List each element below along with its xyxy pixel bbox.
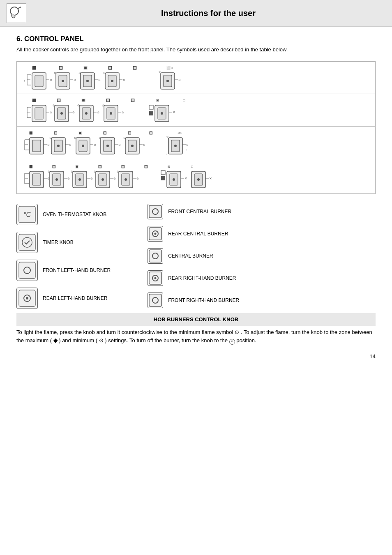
svg-rect-76: [149, 111, 153, 115]
legend-item-rear-right: REAR RIGHT-HAND BURNER: [148, 270, 239, 286]
svg-text:□: □: [191, 165, 193, 168]
svg-text:🔲: 🔲: [52, 165, 56, 168]
svg-text:🔲: 🔲: [59, 66, 63, 70]
svg-line-1: [18, 7, 21, 9]
legend-item-central: CENTRAL BURNER: [148, 248, 239, 264]
oven-thermostat-label: OVEN THERMOSTAT KNOB: [43, 212, 106, 217]
rear-right-burner-icon: [148, 270, 163, 286]
svg-point-60: [60, 112, 63, 115]
svg-text:⊙: ⊙: [166, 136, 168, 138]
svg-rect-54: [35, 108, 43, 119]
legend-right-column: FRONT CENTRAL BURNER REAR CENTRAL BURNER: [148, 204, 239, 309]
diagram-row-2: ⬛ 🔲 🔳 🔲 🔲 ⊠ □ ⊙ ⊙: [17, 94, 375, 127]
svg-text:⊠: ⊠: [168, 165, 170, 168]
legend-item-timer: TIMER KNOB: [16, 232, 111, 253]
svg-point-199: [154, 277, 157, 279]
svg-text:⊙: ⊙: [74, 78, 76, 81]
rear-left-burner-icon: [16, 288, 38, 309]
svg-point-100: [57, 145, 60, 147]
svg-text:✕: ✕: [173, 111, 175, 114]
legend-item-rear-left: REAR LEFT-HAND BURNER: [16, 288, 111, 309]
legend-item-front-left: FRONT LEFT-HAND BURNER: [16, 260, 111, 281]
svg-rect-15: [35, 75, 43, 87]
svg-text:🔲: 🔲: [98, 165, 102, 168]
svg-text:⊙: ⊙: [122, 111, 124, 114]
svg-point-106: [82, 145, 84, 147]
svg-point-0: [10, 7, 18, 15]
legend-left-column: °C OVEN THERMOSTAT KNOB TIMER KNOB: [16, 204, 111, 309]
svg-text:°C: °C: [23, 211, 31, 218]
svg-text:🔳: 🔳: [78, 131, 82, 135]
svg-text:⊙: ⊙: [47, 143, 50, 146]
svg-rect-190: [149, 205, 161, 218]
legend-item-rear-central: REAR CENTRAL BURNER: [148, 226, 239, 242]
svg-rect-195: [149, 250, 161, 262]
diagram-svg-4: ⬛ 🔲 🔳 🔲 🔲 🔲 ⊠ □ ⊙: [19, 164, 221, 190]
svg-text:▪: ▪: [166, 153, 167, 155]
front-central-burner-label: FRONT CENTRAL BURNER: [168, 209, 231, 214]
svg-rect-94: [32, 140, 41, 152]
diagram-svg-3: ⬛ 🔲 🔳 🔲 🔲 🔲 ⊙○ ⊙ ⊙: [19, 130, 208, 157]
svg-rect-169: [161, 170, 165, 175]
svg-text:⬛: ⬛: [32, 66, 36, 70]
svg-point-21: [62, 80, 64, 82]
svg-text:🔲: 🔲: [128, 131, 131, 135]
front-left-burner-icon: [16, 260, 38, 281]
main-content: 6. CONTROL PANEL All the cooker controls…: [0, 27, 392, 368]
timer-knob-label: TIMER KNOB: [43, 240, 74, 245]
svg-text:⊙: ⊙: [97, 111, 99, 114]
svg-text:🔲: 🔲: [57, 98, 61, 102]
svg-point-33: [111, 80, 113, 82]
svg-point-79: [161, 112, 163, 115]
svg-text:🔲: 🔲: [108, 66, 112, 70]
svg-text:⊙: ⊙: [47, 177, 50, 180]
svg-text:⬜⊙: ⬜⊙: [166, 66, 173, 70]
diagram-svg-1: ⬛ 🔲 🔳 🔲 🔲 ⬜⊙ ⟨ ⁞: [22, 65, 203, 90]
svg-text:⊙: ⊙: [50, 78, 52, 81]
svg-text:⊙: ⊙: [72, 111, 75, 114]
svg-text:🔲: 🔲: [106, 98, 110, 102]
svg-rect-170: [161, 176, 165, 180]
svg-point-194: [154, 233, 157, 235]
page-number: 14: [16, 353, 376, 359]
svg-text:⊙: ⊙: [136, 177, 139, 180]
svg-text:🔲: 🔲: [103, 131, 107, 135]
svg-text:⊙: ⊙: [50, 111, 52, 114]
svg-text:🔲: 🔲: [131, 98, 135, 102]
svg-text:⁞: ⁞: [24, 79, 25, 83]
svg-point-66: [85, 112, 88, 115]
timer-knob-icon: [16, 232, 38, 253]
svg-text:🔲: 🔲: [133, 66, 137, 70]
front-central-burner-icon: [148, 204, 163, 219]
legend-item-front-right: FRONT RIGHT-HAND BURNER: [148, 292, 239, 308]
svg-rect-75: [149, 105, 153, 109]
svg-point-118: [131, 145, 134, 147]
svg-text:⊙: ⊙: [178, 78, 181, 81]
rear-left-burner-label: REAR LEFT-HAND BURNER: [43, 295, 107, 301]
svg-text:⊙: ⊙: [98, 78, 101, 81]
svg-point-39: [166, 80, 169, 82]
svg-text:⬛: ⬛: [29, 131, 33, 135]
svg-text:⬛: ⬛: [29, 165, 33, 168]
svg-point-124: [174, 145, 177, 147]
svg-rect-142: [32, 174, 41, 185]
rear-central-burner-label: REAR CENTRAL BURNER: [168, 231, 228, 237]
svg-text:⊙: ⊙: [118, 143, 121, 146]
diagram-row-1: ⬛ 🔲 🔳 🔲 🔲 ⬜⊙ ⟨ ⁞: [17, 62, 375, 94]
svg-point-178: [197, 178, 200, 181]
svg-text:✕: ✕: [209, 177, 212, 180]
svg-text:□: □: [183, 99, 185, 102]
svg-point-160: [101, 178, 104, 181]
central-burner-icon: [148, 248, 163, 264]
legend-section: °C OVEN THERMOSTAT KNOB TIMER KNOB: [16, 204, 376, 309]
front-right-burner-label: FRONT RIGHT-HAND BURNER: [168, 297, 239, 303]
header-title: Instructions for the user: [31, 9, 385, 18]
svg-point-189: [26, 297, 28, 299]
central-burner-label: CENTRAL BURNER: [168, 253, 213, 259]
svg-rect-185: [19, 262, 35, 279]
svg-point-27: [86, 80, 89, 82]
svg-text:⊙: ⊙: [159, 71, 161, 73]
diagram-row-3: ⬛ 🔲 🔳 🔲 🔲 🔲 ⊙○ ⊙ ⊙: [17, 127, 375, 160]
svg-text:🔳: 🔳: [75, 165, 79, 168]
svg-text:⊙: ⊙: [143, 143, 145, 146]
